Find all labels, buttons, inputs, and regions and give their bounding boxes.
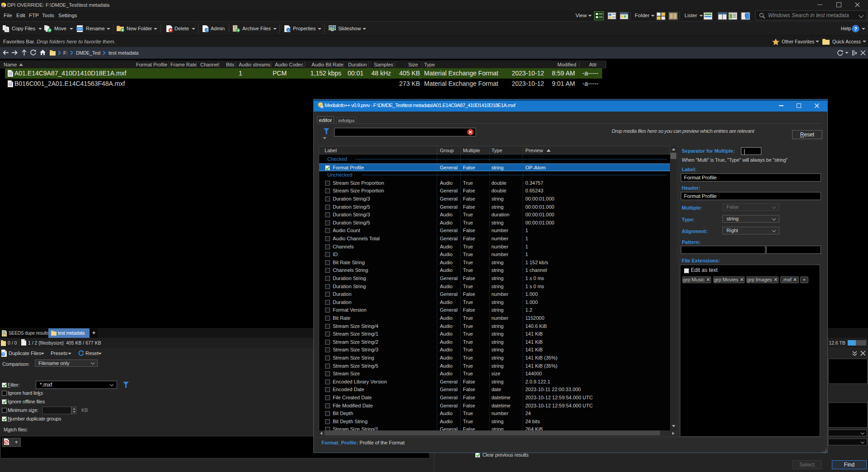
svg-text:?: ? bbox=[854, 26, 857, 32]
